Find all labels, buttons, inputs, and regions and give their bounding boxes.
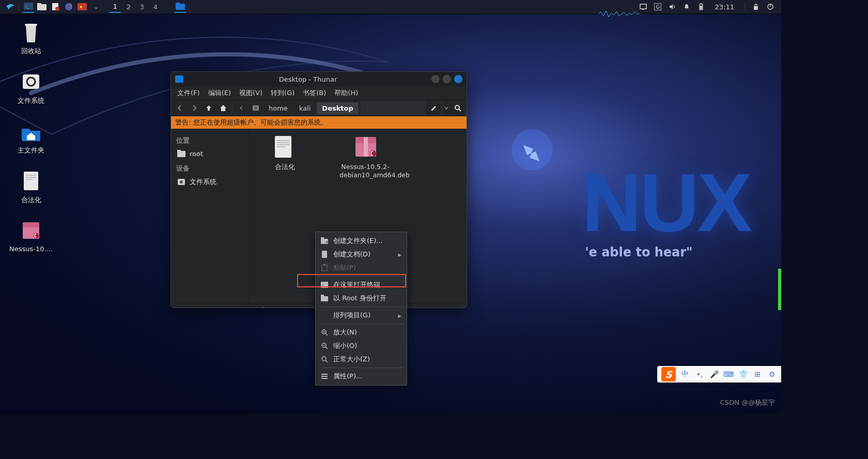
svg-rect-69 xyxy=(321,376,328,377)
sogou-toolbar[interactable]: S 中 •‚ 🎤 ⌨ 👕 ⊞ ⚙ xyxy=(657,366,781,382)
clock[interactable]: 23:11 xyxy=(715,3,734,11)
edit-path-icon[interactable] xyxy=(427,101,441,115)
task-dropdown[interactable]: ⌄ xyxy=(90,2,102,12)
desktop-home[interactable]: 主文件夹 xyxy=(5,120,57,155)
svg-rect-41 xyxy=(277,140,289,141)
clipboard-icon xyxy=(321,264,328,271)
ime-tool-icon[interactable]: ⊞ xyxy=(752,370,763,378)
desktop-doc[interactable]: 合法化 xyxy=(5,170,57,205)
menu-go[interactable]: 转到(G) xyxy=(267,86,299,100)
sidebar-item-label: root xyxy=(190,150,203,158)
svg-point-33 xyxy=(254,106,257,110)
desktop-filesystem[interactable]: 文件系统 xyxy=(5,70,57,105)
menu-separator xyxy=(319,276,404,277)
menu-item[interactable]: +创建文件夹(E)... xyxy=(316,234,407,248)
window-titlebar[interactable]: Desktop - Thunar xyxy=(171,72,467,86)
crumb-disk-icon[interactable] xyxy=(249,101,262,115)
menu-help[interactable]: 帮助(H) xyxy=(330,86,362,100)
file-label: 合法化 xyxy=(259,163,311,171)
search-icon[interactable] xyxy=(451,101,464,115)
menu-separator xyxy=(319,324,404,324)
crumb-home[interactable]: home xyxy=(264,102,293,114)
menu-item-label: 在这里打开终端 xyxy=(333,280,380,289)
tray-bell-icon[interactable] xyxy=(683,3,690,10)
sidebar-filesystem[interactable]: 文件系统 xyxy=(173,175,246,189)
ime-lang[interactable]: 中 xyxy=(680,370,690,379)
svg-rect-54 xyxy=(323,264,326,266)
svg-point-34 xyxy=(455,105,459,110)
svg-point-6 xyxy=(55,7,59,11)
menu-item[interactable]: 正常大小(Z) xyxy=(316,353,407,366)
tray-lock-icon[interactable] xyxy=(752,3,760,10)
folder-plus-icon: + xyxy=(321,237,328,244)
ime-keyboard-icon[interactable]: ⌨ xyxy=(723,370,734,378)
menu-file[interactable]: 文件(F) xyxy=(173,86,204,100)
svg-point-66 xyxy=(322,357,326,361)
menu-item-label: 创建文件夹(E)... xyxy=(333,236,383,246)
menu-item-label: 缩小(O) xyxy=(333,341,357,350)
path-entry[interactable] xyxy=(361,101,425,115)
nav-back[interactable] xyxy=(173,101,187,115)
workspace-1[interactable]: 1 xyxy=(110,1,121,13)
menu-bookmarks[interactable]: 书签(B) xyxy=(299,86,330,100)
folder-icon xyxy=(321,295,328,302)
sidebar: 位置 root 设备 文件系统 xyxy=(171,129,249,303)
task-app[interactable] xyxy=(50,1,61,13)
menu-item-label: 正常大小(Z) xyxy=(333,355,370,364)
menu-item[interactable]: 属性(P)... xyxy=(316,370,407,383)
terminal-icon: ›_ xyxy=(321,281,328,288)
path-dropdown[interactable] xyxy=(442,101,450,115)
svg-line-60 xyxy=(326,333,328,335)
menu-item[interactable]: 以 Root 身份打开 xyxy=(316,292,407,305)
sidebar-root[interactable]: root xyxy=(173,147,246,160)
tray-power-icon[interactable] xyxy=(767,3,774,10)
menu-edit[interactable]: 编辑(E) xyxy=(204,86,235,100)
menu-item[interactable]: 放大(N) xyxy=(316,326,407,339)
task-terminal[interactable]: ›_ xyxy=(23,1,34,13)
sogou-logo-icon[interactable]: S xyxy=(661,367,676,381)
nav-forward[interactable] xyxy=(188,101,201,115)
window-close[interactable] xyxy=(454,75,462,83)
svg-rect-52 xyxy=(322,251,327,258)
task-thunar-window[interactable] xyxy=(175,1,186,13)
menu-item[interactable]: ›_在这里打开终端 xyxy=(316,278,407,292)
notification-bar[interactable] xyxy=(778,269,781,310)
svg-rect-50 xyxy=(321,237,324,239)
tray-volume-icon[interactable] xyxy=(669,3,676,10)
menu-view[interactable]: 视图(V) xyxy=(235,86,267,100)
workspace-4[interactable]: 4 xyxy=(150,1,161,13)
kali-menu-icon[interactable] xyxy=(4,2,17,12)
window-maximize[interactable] xyxy=(443,75,451,83)
ime-settings-icon[interactable]: ⚙ xyxy=(767,370,777,378)
workspace-2[interactable]: 2 xyxy=(123,1,134,13)
crumb-kali[interactable]: kali xyxy=(294,102,316,114)
menu-item[interactable]: 创建文档(D) xyxy=(316,248,407,261)
crumb-back-icon[interactable] xyxy=(235,101,248,115)
task-files[interactable] xyxy=(36,1,48,13)
desktop-deb[interactable]: Nessus-10.... xyxy=(5,219,57,253)
crumb-desktop[interactable]: Desktop xyxy=(317,102,358,114)
nav-up[interactable] xyxy=(202,101,215,115)
menu-item[interactable]: 缩小(O) xyxy=(316,339,407,353)
ime-skin-icon[interactable]: 👕 xyxy=(738,370,748,378)
sort-icon xyxy=(321,312,328,319)
svg-rect-37 xyxy=(177,150,181,152)
tray-battery-icon[interactable] xyxy=(698,3,705,10)
svg-text:G: G xyxy=(656,4,660,10)
task-flag[interactable]: ★ xyxy=(76,1,88,13)
menu-item[interactable]: 排列项目(G) xyxy=(316,309,407,322)
menu-item-label: 放大(N) xyxy=(333,328,357,337)
window-minimize[interactable] xyxy=(431,75,440,83)
desktop-trash[interactable]: 回收站 xyxy=(5,21,57,56)
svg-rect-12 xyxy=(640,4,646,9)
tray-screen-icon[interactable] xyxy=(640,3,647,10)
ime-voice-icon[interactable]: 🎤 xyxy=(709,370,719,378)
props-icon xyxy=(321,373,328,380)
file-deb[interactable]: Nessus-10.5.2-debian10_amd64.deb xyxy=(339,135,391,180)
tray-g-icon[interactable]: G xyxy=(654,3,661,10)
file-doc[interactable]: 合法化 xyxy=(259,135,311,171)
nav-home[interactable] xyxy=(216,101,230,115)
ime-punct[interactable]: •‚ xyxy=(694,370,705,378)
task-firefox[interactable] xyxy=(63,1,74,13)
workspace-3[interactable]: 3 xyxy=(136,1,148,13)
